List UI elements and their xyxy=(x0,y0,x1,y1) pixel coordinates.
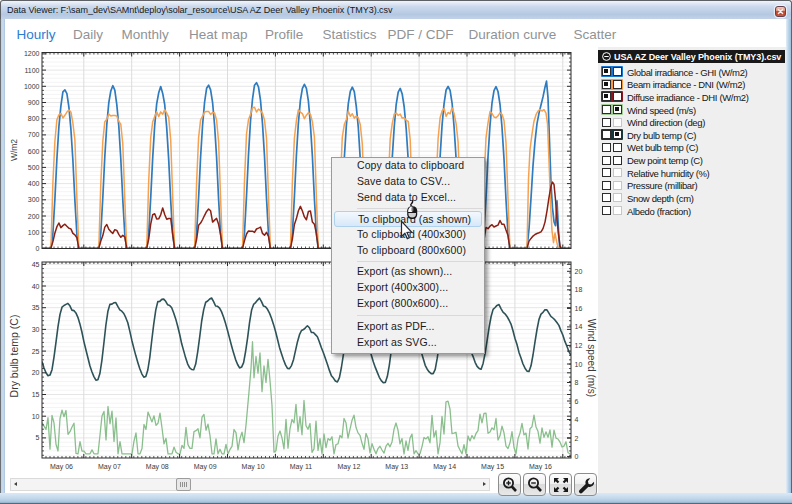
svg-text:20: 20 xyxy=(32,369,40,376)
svg-text:0: 0 xyxy=(575,453,579,460)
svg-text:10: 10 xyxy=(575,361,583,368)
svg-text:6: 6 xyxy=(575,398,579,405)
svg-text:40: 40 xyxy=(32,283,40,290)
svg-text:May 15: May 15 xyxy=(481,463,504,471)
svg-text:100: 100 xyxy=(28,229,40,236)
svg-text:W/m2: W/m2 xyxy=(9,139,19,161)
svg-text:900: 900 xyxy=(28,99,40,106)
svg-text:May 11: May 11 xyxy=(290,463,313,471)
svg-text:May 08: May 08 xyxy=(146,463,169,471)
svg-text:200: 200 xyxy=(28,213,40,220)
svg-text:45: 45 xyxy=(32,261,40,268)
svg-text:600: 600 xyxy=(28,148,40,155)
svg-text:May 06: May 06 xyxy=(50,463,73,471)
svg-text:May 10: May 10 xyxy=(242,463,265,471)
svg-text:8: 8 xyxy=(575,379,579,386)
svg-text:May 09: May 09 xyxy=(194,463,217,471)
svg-text:300: 300 xyxy=(28,196,40,203)
svg-text:35: 35 xyxy=(32,304,40,311)
svg-text:18: 18 xyxy=(575,286,583,293)
svg-text:400: 400 xyxy=(28,180,40,187)
svg-text:May 14: May 14 xyxy=(433,463,456,471)
svg-text:800: 800 xyxy=(28,115,40,122)
svg-text:10: 10 xyxy=(32,413,40,420)
svg-text:25: 25 xyxy=(32,348,40,355)
svg-text:16: 16 xyxy=(575,305,583,312)
svg-text:20: 20 xyxy=(575,268,583,275)
svg-text:May 16: May 16 xyxy=(529,463,552,471)
svg-text:1100: 1100 xyxy=(24,67,39,74)
svg-text:May 07: May 07 xyxy=(98,463,121,471)
svg-text:Dry bulb temp (C): Dry bulb temp (C) xyxy=(8,315,20,398)
svg-text:1200: 1200 xyxy=(24,50,40,57)
svg-text:May 12: May 12 xyxy=(337,463,360,471)
svg-text:4: 4 xyxy=(575,416,579,423)
svg-text:May 13: May 13 xyxy=(385,463,408,471)
svg-text:12: 12 xyxy=(575,342,583,349)
svg-text:0: 0 xyxy=(36,245,40,252)
svg-text:500: 500 xyxy=(28,164,40,171)
svg-text:1000: 1000 xyxy=(24,83,40,90)
svg-text:14: 14 xyxy=(575,323,583,330)
svg-text:15: 15 xyxy=(32,391,40,398)
svg-text:2: 2 xyxy=(575,435,579,442)
svg-text:Wind speed (m/s): Wind speed (m/s) xyxy=(586,319,597,397)
svg-text:700: 700 xyxy=(28,131,40,138)
svg-text:5: 5 xyxy=(36,434,40,441)
svg-text:30: 30 xyxy=(32,326,40,333)
